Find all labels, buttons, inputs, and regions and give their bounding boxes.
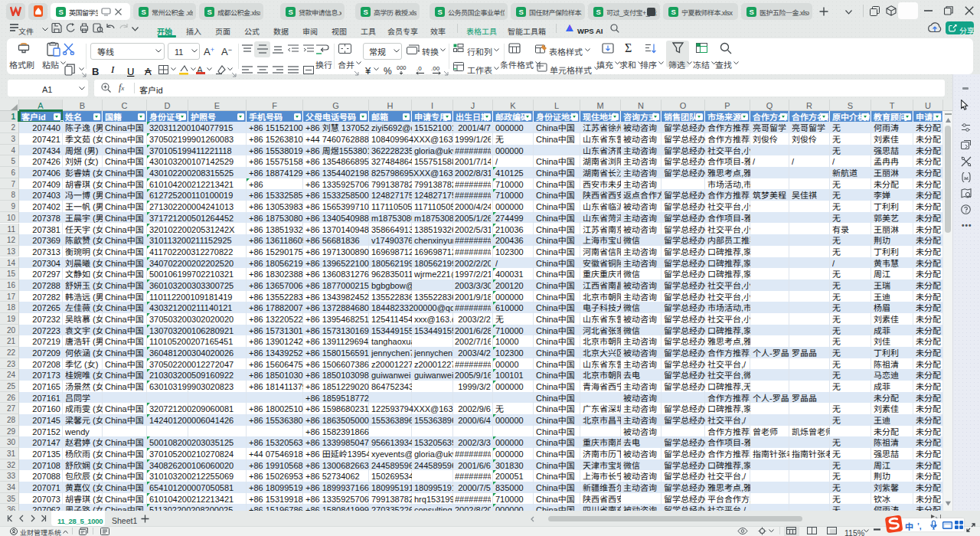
svg-text:.0: .0 xyxy=(416,65,422,72)
svg-text:000: 000 xyxy=(397,64,407,71)
svg-text:.00: .00 xyxy=(431,65,440,72)
